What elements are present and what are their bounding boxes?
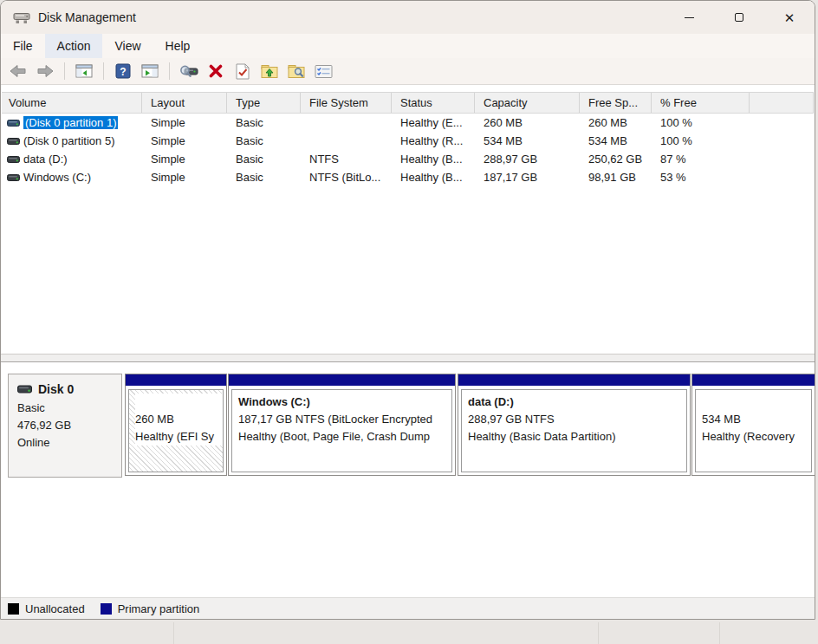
partition-color-bar <box>126 374 226 386</box>
window-controls: ✕ <box>664 1 815 34</box>
cell-status: Healthy (B... <box>392 150 475 168</box>
toolbar: ? <box>1 58 815 85</box>
close-button[interactable]: ✕ <box>764 1 815 34</box>
drive-search-icon[interactable] <box>179 61 199 81</box>
partition-efi[interactable]: 260 MB Healthy (EFI Sy <box>125 374 227 476</box>
cell-file-system <box>301 114 392 132</box>
menu-help[interactable]: Help <box>153 34 203 58</box>
cell-layout: Simple <box>142 150 227 168</box>
cell-status: Healthy (R... <box>392 132 475 150</box>
unallocated-swatch <box>8 603 19 615</box>
maximize-button[interactable] <box>714 1 764 34</box>
column-header-file-system[interactable]: File System <box>301 93 392 113</box>
volume-name: (Disk 0 partition 1) <box>23 116 118 129</box>
legend-label: Unallocated <box>25 602 85 615</box>
partition-status: Healthy (EFI Sy <box>135 428 223 446</box>
window-title: Disk Management <box>38 10 136 24</box>
table-row[interactable]: (Disk 0 partition 5) Simple Basic Health… <box>2 132 814 150</box>
close-icon: ✕ <box>784 11 795 24</box>
menu-view[interactable]: View <box>102 34 153 58</box>
cell-capacity: 187,17 GB <box>475 168 580 186</box>
column-header-layout[interactable]: Layout <box>142 93 227 113</box>
cell-capacity: 288,97 GB <box>475 150 580 168</box>
desktop-strip <box>0 621 818 644</box>
disk-status: Online <box>17 434 121 452</box>
forward-icon[interactable] <box>35 61 55 81</box>
volume-list-pane: Volume Layout Type File System Status Ca… <box>2 85 814 354</box>
partition-name: data (D:) <box>468 394 686 411</box>
partition-size: 288,97 GB NTFS <box>468 411 686 428</box>
help-icon[interactable]: ? <box>113 61 133 81</box>
toolbar-separator <box>169 62 170 80</box>
delete-icon[interactable] <box>205 61 226 81</box>
cell-file-system: NTFS <box>301 150 392 168</box>
partition-status: Healthy (Basic Data Partition) <box>468 428 686 446</box>
cell-free-space: 250,62 GB <box>580 150 652 168</box>
cell-type: Basic <box>227 114 301 132</box>
cell-capacity: 260 MB <box>475 114 580 132</box>
column-header-free-space[interactable]: Free Sp... <box>580 93 652 113</box>
partition-name: Windows (C:) <box>238 394 451 411</box>
action-pane-icon[interactable] <box>140 61 160 81</box>
partition-data-d[interactable]: data (D:) 288,97 GB NTFS Healthy (Basic … <box>458 374 691 476</box>
check-document-icon[interactable] <box>232 61 253 81</box>
cell-file-system: NTFS (BitLo... <box>301 168 392 186</box>
cell-pct-free: 53 % <box>652 168 750 186</box>
menu-action[interactable]: Action <box>45 34 103 58</box>
cell-free-space: 260 MB <box>580 114 652 132</box>
partition-windows-c[interactable]: Windows (C:) 187,17 GB NTFS (BitLocker E… <box>228 374 456 476</box>
background-divider <box>598 622 599 644</box>
cell-type: Basic <box>227 168 301 186</box>
title-bar: Disk Management ✕ <box>1 1 815 34</box>
volume-drive-icon <box>7 137 20 146</box>
cell-pct-free: 100 % <box>652 132 750 150</box>
disk-graphical-pane: Disk 0 Basic 476,92 GB Online 260 MB Hea… <box>2 362 814 597</box>
folder-search-icon[interactable] <box>286 61 307 81</box>
pane-splitter[interactable] <box>1 354 815 362</box>
column-header-capacity[interactable]: Capacity <box>475 93 580 113</box>
volume-name: data (D:) <box>23 153 68 166</box>
legend-bar: Unallocated Primary partition <box>1 597 815 619</box>
column-header-status[interactable]: Status <box>392 93 475 113</box>
background-divider <box>719 622 720 644</box>
maximize-icon <box>735 13 743 22</box>
menu-file[interactable]: File <box>1 34 45 58</box>
column-header-volume[interactable]: Volume <box>2 93 142 113</box>
console-tree-icon[interactable] <box>74 61 94 81</box>
partition-size: 534 MB <box>702 411 811 428</box>
disk-size: 476,92 GB <box>17 417 121 434</box>
column-header-pct-free[interactable]: % Free <box>652 93 750 113</box>
back-icon[interactable] <box>8 61 29 81</box>
table-row[interactable]: Windows (C:) Simple Basic NTFS (BitLo...… <box>2 168 814 186</box>
folder-up-icon[interactable] <box>259 61 280 81</box>
disk-management-app-icon <box>13 10 30 25</box>
partition-color-bar <box>692 374 815 386</box>
disk0-info-panel[interactable]: Disk 0 Basic 476,92 GB Online <box>8 374 122 478</box>
partition-status: Healthy (Boot, Page File, Crash Dump <box>238 428 451 446</box>
volume-drive-icon <box>7 119 20 127</box>
disk-icon <box>17 385 32 394</box>
partition-color-bar <box>458 374 690 386</box>
cell-layout: Simple <box>142 114 227 132</box>
minimize-button[interactable] <box>664 1 714 34</box>
menu-bar: File Action View Help <box>1 34 815 58</box>
volume-name: Windows (C:) <box>23 171 91 184</box>
cell-empty <box>750 150 814 168</box>
volume-list-header: Volume Layout Type File System Status Ca… <box>2 92 814 114</box>
disk-name: Disk 0 <box>38 381 74 398</box>
volume-name: (Disk 0 partition 5) <box>23 134 114 147</box>
properties-list-icon[interactable] <box>313 61 334 81</box>
column-header-type[interactable]: Type <box>227 93 301 113</box>
cell-empty <box>750 132 814 150</box>
partition-status: Healthy (Recovery <box>702 428 811 446</box>
legend-item-primary-partition: Primary partition <box>101 602 200 615</box>
partition-size: 187,17 GB NTFS (BitLocker Encrypted <box>238 411 451 428</box>
disk-management-window: Disk Management ✕ File Action View Help <box>0 0 815 620</box>
table-row[interactable]: (Disk 0 partition 1) Simple Basic Health… <box>2 114 814 132</box>
toolbar-separator <box>103 62 104 80</box>
partition-recovery[interactable]: 534 MB Healthy (Recovery <box>691 374 815 476</box>
cell-capacity: 534 MB <box>475 132 580 150</box>
minimize-icon <box>685 17 694 18</box>
toolbar-separator <box>64 62 65 80</box>
table-row[interactable]: data (D:) Simple Basic NTFS Healthy (B..… <box>2 150 814 168</box>
